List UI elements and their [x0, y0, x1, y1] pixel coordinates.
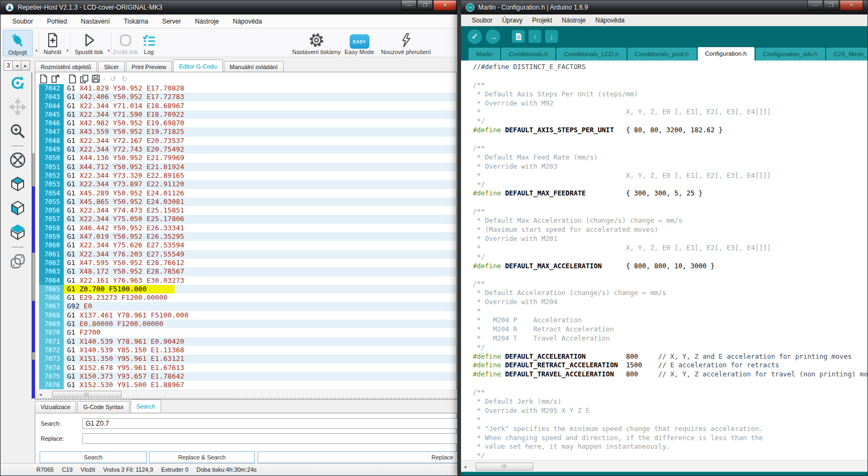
minimize-button[interactable]: — [401, 1, 417, 11]
line-number: 7049 [39, 145, 64, 154]
tab-Print Preview[interactable]: Print Preview [126, 61, 172, 72]
file-tab-Conditionals.h[interactable]: Conditionals.h [501, 48, 555, 61]
load-dropdown[interactable]: ▼ [65, 49, 70, 52]
maximize-button[interactable]: ❐ [824, 1, 839, 11]
code-line: /** [473, 144, 867, 153]
menu-item-Nástroje[interactable]: Nástroje [188, 16, 226, 27]
cmd: G1 [67, 267, 76, 275]
bottom-tab-Vizualizace[interactable]: Vizualizace [35, 401, 76, 412]
gcode-text: G1 X22.161 Y76.963 E30.03273 [64, 276, 184, 285]
repetier-app-icon [5, 3, 14, 12]
gcode-row: 7072G1 X140.539 Y85.150 E1.11368 [39, 346, 456, 354]
menu-item-Soubor[interactable]: Soubor [5, 16, 40, 27]
menu-item-Server[interactable]: Server [155, 16, 188, 27]
file-tab-Configuration_adv.h[interactable]: Configuration_adv.h [756, 48, 825, 61]
top-view-button[interactable] [7, 223, 28, 242]
editor-horizontal-scrollbar[interactable]: ◀ [36, 390, 457, 398]
save-sketch-button[interactable]: ↓ [545, 30, 558, 43]
menu-item-Tiskárna[interactable]: Tiskárna [117, 16, 155, 27]
par: X46.442 Y50.952 E26.33341 [76, 224, 185, 232]
easy-mode-label: Easy Mode [344, 49, 375, 55]
scroll-left-arrow[interactable]: ◀ [461, 465, 469, 469]
tab-Rozmístění objektů[interactable]: Rozmístění objektů [35, 61, 97, 72]
emergency-stop-button[interactable]: Nouzové přerušení [377, 30, 435, 56]
menu-item-Nápověda[interactable]: Nápověda [226, 16, 269, 27]
gcode-text: G1 X152.530 Y91.500 E1.88967 [64, 381, 184, 389]
undo-button[interactable]: ↺ [108, 74, 117, 84]
menu-item-Nápověda[interactable]: Nápověda [591, 15, 630, 26]
configuration-h-code[interactable]: //#define DISTINCT_E_FACTORS /** * Defau… [461, 61, 867, 460]
repetier-host-window: Repetier-Host V2.1.3 - LCD-cover-ORIGINA… [0, 0, 462, 476]
disconnect-button[interactable]: Odpojit [3, 30, 33, 56]
open-sketch-button[interactable]: ↑ [529, 30, 541, 43]
search-input[interactable] [82, 418, 462, 429]
export-file-button[interactable] [51, 74, 60, 84]
cmd: G1 [67, 364, 76, 372]
redo-button[interactable]: ↻ [120, 74, 129, 84]
code-horizontal-scrollbar[interactable]: ◀ [461, 460, 868, 473]
open-file-button[interactable] [68, 74, 77, 84]
replace-label: Replace: [41, 435, 64, 442]
menu-item-Projekt[interactable]: Projekt [527, 15, 557, 26]
gcode-row: 7064G1 X22.161 Y76.963 E30.03273 [39, 276, 456, 285]
menu-item-Úpravy[interactable]: Úpravy [497, 15, 527, 26]
menu-item-Soubor[interactable]: Soubor [467, 15, 497, 26]
menu-item-Nastavení[interactable]: Nastavení [74, 16, 117, 27]
minimize-button[interactable]: — [807, 1, 823, 11]
close-button[interactable]: × [840, 1, 863, 11]
menu-item-Nástroje[interactable]: Nástroje [557, 15, 591, 26]
spinner-right-button[interactable]: ▶ [21, 61, 30, 71]
easy-mode-button[interactable]: EASY Easy Mode [344, 30, 375, 56]
isometric-view-button[interactable] [7, 175, 28, 194]
replace-button[interactable]: Replace [258, 451, 462, 463]
replace-input[interactable] [82, 433, 462, 444]
tab-Slicer[interactable]: Slicer [98, 61, 125, 72]
save-button[interactable] [92, 74, 101, 84]
scrollbar-thumb[interactable] [52, 391, 122, 397]
in: DEFAULT_MAX_ACCELERATION [505, 262, 602, 270]
log-button[interactable]: Log [139, 30, 158, 56]
panel-splitter[interactable] [35, 398, 457, 400]
zoom-view-button[interactable] [7, 122, 28, 141]
file-tab-Marlin[interactable]: Marlin [469, 48, 500, 61]
start-print-button[interactable]: Spustit tisk [72, 30, 105, 56]
printer-settings-button[interactable]: Nastavení tiskárny [290, 30, 343, 56]
gcode-row: 7059G1 X47.019 Y50.952 E26.35295 [39, 232, 456, 241]
search-button[interactable]: Search [40, 451, 147, 463]
new-file-button[interactable] [39, 74, 48, 84]
gcode-listing[interactable]: 7042G1 X41.829 Y50.952 E17.708287043G1 X… [39, 84, 456, 390]
gcode-text: G1 X42.406 Y50.952 E17.72783 [64, 93, 184, 101]
copy-button[interactable] [80, 74, 89, 84]
rotate-view-button[interactable] [7, 73, 28, 93]
cancel-print-button[interactable]: Zrušit tisk [112, 30, 138, 56]
close-button[interactable]: × [433, 1, 457, 11]
gcode-text: G1 X46.442 Y50.952 E26.33341 [64, 224, 184, 232]
upload-button[interactable]: → [486, 29, 500, 44]
file-tab-G26_Mesh_Validation_Tool.cpp[interactable]: G26_Mesh_Validation_Tool.cpp [826, 48, 867, 61]
separator-dash: - [103, 74, 106, 83]
spinner-left-button[interactable]: ◀ [13, 61, 21, 71]
line-number: 7046 [39, 119, 64, 127]
bottom-tab-Search[interactable]: Search [131, 399, 161, 412]
maximize-button[interactable]: ❐ [417, 1, 433, 11]
menu-item-Pohled[interactable]: Pohled [40, 16, 74, 27]
load-button[interactable]: Nahrát [41, 30, 64, 56]
file-tab-Conditionals_LCD.h[interactable]: Conditionals_LCD.h [556, 48, 626, 61]
fit-view-button[interactable] [7, 150, 28, 170]
lightning-icon [377, 30, 435, 49]
tab-Manuální ovládání[interactable]: Manuální ovládání [224, 61, 284, 72]
scrollbar-thumb[interactable] [475, 463, 533, 471]
new-sketch-button[interactable] [512, 30, 525, 43]
replace-and-search-button[interactable]: Replace & Search [149, 451, 255, 463]
verify-button[interactable]: ✓ [467, 29, 482, 44]
bottom-tab-G-Code Syntax[interactable]: G-Code Syntax [77, 401, 129, 412]
front-view-button[interactable] [7, 199, 28, 218]
cmd: G1 [67, 198, 76, 206]
scroll-left-arrow[interactable]: ◀ [36, 392, 44, 396]
tab-Editor G-Codu[interactable]: Editor G-Codu [173, 59, 222, 72]
file-tab-Configuration.h[interactable]: Configuration.h [698, 47, 754, 61]
move-view-button[interactable] [7, 97, 28, 117]
par: E0.80000 F1200.00000 [76, 320, 163, 328]
show-objects-button[interactable] [7, 252, 28, 271]
file-tab-Conditionals_post.h[interactable]: Conditionals_post.h [628, 48, 697, 61]
